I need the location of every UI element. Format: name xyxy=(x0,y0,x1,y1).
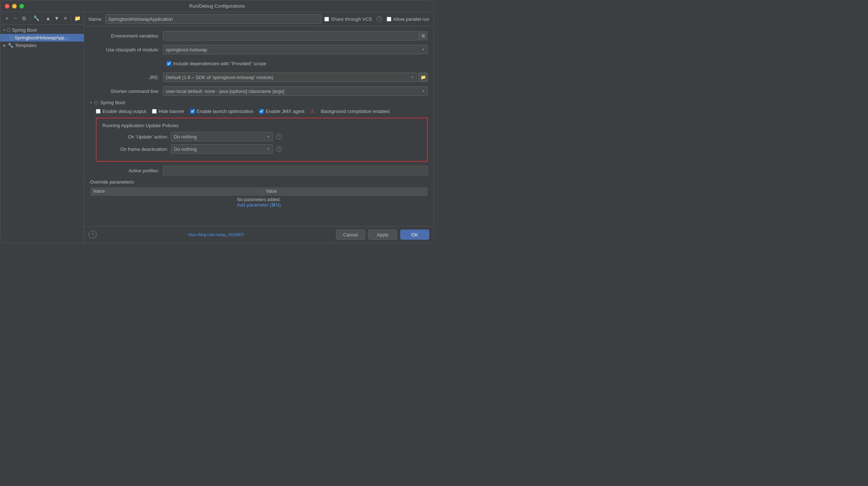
enable-jmx-text: Enable JMX agent xyxy=(266,109,304,114)
cancel-button[interactable]: Cancel xyxy=(336,230,365,240)
help-button[interactable]: ? xyxy=(89,231,97,239)
shorten-select[interactable]: user-local default: none - java [options… xyxy=(163,86,428,96)
jre-wrapper: Default (1.8 – SDK of 'springboot-hotswa… xyxy=(163,72,428,82)
no-params-text: No parameters added. xyxy=(93,197,425,202)
jre-folder-button[interactable]: 📁 xyxy=(418,72,428,82)
minimize-button[interactable] xyxy=(12,4,17,8)
sidebar-item-label: Spring Boot xyxy=(12,27,37,33)
share-vcs-checkbox[interactable] xyxy=(324,17,329,21)
include-deps-row: Include dependencies with "Provided" sco… xyxy=(90,58,428,68)
sidebar-item-templates[interactable]: ▶ 🔧 Templates xyxy=(0,42,84,49)
move-up-button[interactable]: ▲ xyxy=(44,14,52,22)
enable-launch-label[interactable]: Enable launch optimization xyxy=(190,109,253,114)
spring-boot-options-row: Enable debug output Hide banner Enable l… xyxy=(90,108,428,114)
active-profiles-input[interactable] xyxy=(163,166,428,175)
env-input[interactable] xyxy=(163,31,428,40)
share-vcs-label: Share through VCS xyxy=(331,16,372,22)
form-area: Environment variables: ⊞ Use classpath o… xyxy=(84,26,434,226)
right-panel: Name: Share through VCS ? Allow parallel… xyxy=(84,12,434,243)
override-params-label: Override parameters: xyxy=(90,179,428,185)
spring-boot-expand-icon[interactable]: ▾ xyxy=(90,101,92,105)
sort-button[interactable]: ≡ xyxy=(62,14,69,22)
templates-icon: 🔧 xyxy=(8,43,13,48)
ok-button[interactable]: OK xyxy=(400,230,429,240)
warning-icon: ⚠ xyxy=(310,108,315,114)
bg-compilation-text: Background compilation enabled xyxy=(321,109,390,114)
frame-deact-select[interactable]: Do nothing xyxy=(171,144,273,154)
spring-boot-section-header: ▾ ⬡ Spring Boot xyxy=(90,100,428,105)
wrench-button[interactable]: 🔧 xyxy=(32,14,40,22)
expand-icon-templates: ▶ xyxy=(3,43,6,47)
sidebar-item-hotswap[interactable]: ⬡ SpringbootHotswapApp… xyxy=(0,34,84,42)
toolbar-separator2 xyxy=(42,15,42,21)
enable-debug-text: Enable debug output xyxy=(102,109,146,114)
update-action-select[interactable]: Do nothing xyxy=(171,132,273,141)
classpath-row: Use classpath of module: springboot-hots… xyxy=(90,44,428,55)
expand-icon: ▾ xyxy=(3,28,5,32)
include-deps-label[interactable]: Include dependencies with "Provided" sco… xyxy=(167,61,266,66)
value-col-header: Value xyxy=(263,187,427,196)
sidebar: + − ⧉ 🔧 ▲ ▼ ≡ 📁 ▾ ⬡ Spring Boot ⬡ xyxy=(0,12,84,243)
hide-banner-checkbox[interactable] xyxy=(152,109,157,114)
bottom-bar: ? https://blog.csdn.net/qq_18335837 Canc… xyxy=(84,226,434,243)
folder-button[interactable]: 📁 xyxy=(74,14,81,22)
env-browse-button[interactable]: ⊞ xyxy=(418,31,428,40)
enable-launch-checkbox[interactable] xyxy=(190,109,195,114)
jre-select[interactable]: Default (1.8 – SDK of 'springboot-hotswa… xyxy=(163,72,417,82)
sidebar-tree: ▾ ⬡ Spring Boot ⬡ SpringbootHotswapApp… … xyxy=(0,25,84,243)
empty-params-row: No parameters added. Add parameter (⌘N) xyxy=(90,196,428,209)
main-content: + − ⧉ 🔧 ▲ ▼ ≡ 📁 ▾ ⬡ Spring Boot ⬡ xyxy=(0,12,434,243)
url-bar: https://blog.csdn.net/qq_18335837 xyxy=(188,233,244,237)
sidebar-item-label: SpringbootHotswapApp… xyxy=(15,35,69,40)
maximize-button[interactable] xyxy=(19,4,24,8)
classpath-label: Use classpath of module: xyxy=(90,47,163,52)
env-label: Environment variables: xyxy=(90,33,163,39)
name-bar: Name: Share through VCS ? Allow parallel… xyxy=(84,12,434,26)
spring-boot-section-icon: ⬡ xyxy=(94,100,98,105)
enable-debug-label[interactable]: Enable debug output xyxy=(96,109,146,114)
apply-button[interactable]: Apply xyxy=(368,230,397,240)
name-label: Name: xyxy=(89,16,102,22)
close-button[interactable] xyxy=(5,4,9,8)
allow-parallel-checkbox[interactable] xyxy=(387,17,391,21)
frame-deact-row: On frame deactivation: Do nothing ? xyxy=(102,144,421,154)
add-config-button[interactable]: + xyxy=(3,14,11,22)
sidebar-item-label: Templates xyxy=(15,43,36,48)
traffic-lights xyxy=(5,4,24,8)
sidebar-item-spring-boot[interactable]: ▾ ⬡ Spring Boot xyxy=(0,26,84,34)
include-deps-checkbox[interactable] xyxy=(167,61,171,66)
allow-parallel-checkbox-label[interactable]: Allow parallel run xyxy=(387,16,429,22)
classpath-select[interactable]: springboot-hotswap xyxy=(163,45,428,54)
include-deps-text: Include dependencies with "Provided" sco… xyxy=(173,61,266,66)
params-table: Name Value No parameters added. Add para… xyxy=(90,187,428,209)
hide-banner-label[interactable]: Hide banner xyxy=(152,109,184,114)
move-down-button[interactable]: ▼ xyxy=(53,14,60,22)
frame-deact-label: On frame deactivation: xyxy=(102,146,168,152)
env-row: Environment variables: ⊞ xyxy=(90,31,428,41)
toolbar-separator3 xyxy=(71,15,71,21)
policies-box: Running Application Update Policies On '… xyxy=(96,118,428,162)
dialog-title: Run/Debug Configurations xyxy=(189,3,245,9)
enable-jmx-checkbox[interactable] xyxy=(259,109,264,114)
share-vcs-checkbox-label[interactable]: Share through VCS xyxy=(324,16,372,22)
update-action-help-icon[interactable]: ? xyxy=(276,134,282,140)
spring-boot-section-label: Spring Boot xyxy=(100,100,125,105)
remove-config-button[interactable]: − xyxy=(12,14,19,22)
active-profiles-label: Active profiles: xyxy=(90,168,163,173)
frame-deact-help-icon[interactable]: ? xyxy=(276,146,282,152)
shorten-row: Shorten command line: user-local default… xyxy=(90,86,428,96)
name-input[interactable] xyxy=(105,14,321,24)
toolbar-separator xyxy=(30,15,30,21)
share-help-icon[interactable]: ? xyxy=(376,16,382,22)
title-bar: Run/Debug Configurations xyxy=(0,0,434,12)
sidebar-toolbar: + − ⧉ 🔧 ▲ ▼ ≡ 📁 xyxy=(0,12,84,25)
enable-jmx-label[interactable]: Enable JMX agent xyxy=(259,109,304,114)
update-action-select-wrapper: Do nothing xyxy=(171,132,273,141)
enable-debug-checkbox[interactable] xyxy=(96,109,101,114)
enable-launch-text: Enable launch optimization xyxy=(197,109,253,114)
copy-config-button[interactable]: ⧉ xyxy=(21,14,28,22)
top-bar-right: Share through VCS ? Allow parallel run xyxy=(324,16,429,22)
add-param-link[interactable]: Add parameter (⌘N) xyxy=(93,202,425,208)
env-input-wrapper: ⊞ xyxy=(163,31,428,40)
shorten-label: Shorten command line: xyxy=(90,89,163,94)
